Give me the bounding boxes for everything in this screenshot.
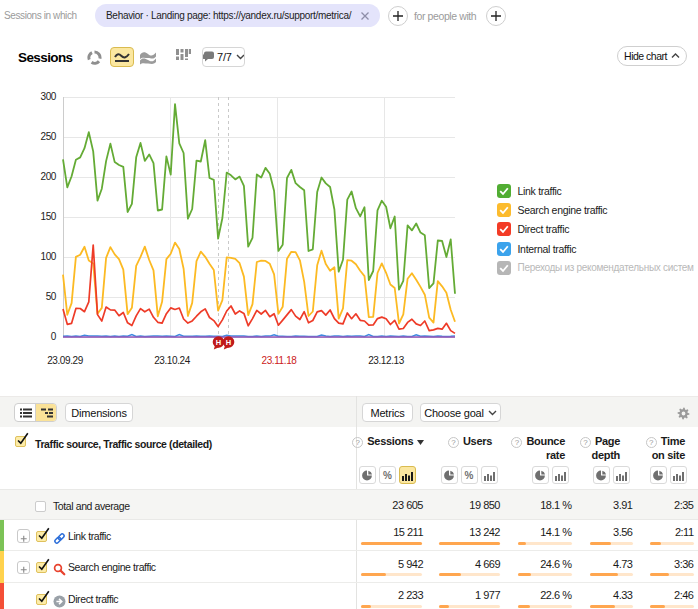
svg-text:23.09.29: 23.09.29 <box>47 355 84 366</box>
svg-text:150: 150 <box>41 211 57 222</box>
svg-text:0: 0 <box>51 331 57 342</box>
svg-text:300: 300 <box>41 91 57 102</box>
svg-text:H: H <box>216 338 221 347</box>
svg-text:250: 250 <box>41 131 57 142</box>
svg-text:50: 50 <box>46 291 57 302</box>
svg-text:200: 200 <box>41 171 57 182</box>
svg-text:23.10.24: 23.10.24 <box>154 355 191 366</box>
svg-text:100: 100 <box>41 251 57 262</box>
svg-text:23.12.13: 23.12.13 <box>368 355 405 366</box>
svg-text:H: H <box>226 338 231 347</box>
svg-text:23.11.18: 23.11.18 <box>262 355 298 366</box>
